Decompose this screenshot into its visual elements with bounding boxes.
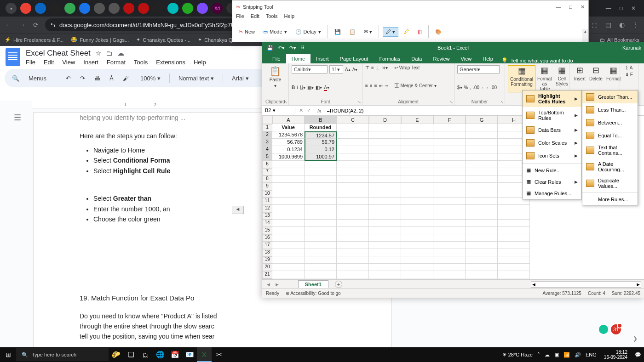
cell[interactable]: [369, 227, 401, 234]
number-format-select[interactable]: General▾: [457, 65, 500, 74]
language-indicator[interactable]: ENG: [586, 352, 597, 357]
cell[interactable]: [369, 131, 401, 139]
cell[interactable]: [272, 249, 305, 256]
cell[interactable]: [272, 256, 305, 264]
align-left-icon[interactable]: ≡: [365, 83, 368, 88]
tab-icon[interactable]: [197, 3, 208, 14]
cell[interactable]: [337, 227, 369, 234]
row-header[interactable]: 8: [262, 175, 272, 183]
cell[interactable]: [369, 198, 401, 205]
cell[interactable]: [369, 220, 401, 227]
menus-label[interactable]: Menus: [26, 74, 49, 83]
sheet-nav-next-icon[interactable]: ►: [275, 282, 280, 287]
row-header[interactable]: 11: [262, 198, 272, 205]
cf-more-rules[interactable]: More Rules...: [582, 194, 638, 205]
cell[interactable]: [433, 183, 466, 190]
cell[interactable]: [433, 220, 466, 227]
cell[interactable]: [401, 139, 433, 146]
cell[interactable]: [272, 242, 305, 249]
cell[interactable]: [337, 212, 369, 220]
cell[interactable]: [337, 175, 369, 183]
row-header[interactable]: 21: [262, 271, 272, 278]
cell[interactable]: [305, 249, 337, 256]
sheet-tab[interactable]: Sheet1: [298, 280, 328, 288]
menu-format[interactable]: Format: [107, 59, 126, 66]
fill-color-icon[interactable]: ◧▾: [316, 85, 322, 90]
cell[interactable]: [272, 264, 305, 271]
cell[interactable]: [401, 256, 433, 264]
cell[interactable]: [337, 168, 369, 175]
calendar-taskbar-icon[interactable]: 📅: [167, 347, 182, 362]
chrome-close-icon[interactable]: ✕: [631, 5, 636, 11]
star-icon[interactable]: ☆: [95, 49, 101, 57]
cell[interactable]: [498, 249, 530, 256]
tab-icon[interactable]: [109, 3, 120, 14]
tell-me-input[interactable]: 💡Tell me what you want to do: [501, 57, 573, 63]
cell[interactable]: [433, 124, 466, 131]
col-header[interactable]: G: [466, 116, 498, 124]
excel-undo-icon[interactable]: ↶▾: [278, 45, 285, 51]
print-icon[interactable]: 🖶: [92, 74, 103, 83]
profile-icon[interactable]: ◐: [617, 21, 627, 28]
spellcheck-icon[interactable]: Ǎ: [107, 74, 116, 83]
row-header[interactable]: 5: [262, 153, 272, 161]
cell[interactable]: [337, 271, 369, 278]
cell[interactable]: [369, 212, 401, 220]
snip-send-icon[interactable]: ✉ ▾: [361, 28, 375, 36]
explorer-icon[interactable]: 🗂: [138, 347, 153, 362]
menu-tools[interactable]: Tools: [134, 59, 148, 66]
cell[interactable]: [305, 271, 337, 278]
grammarly-widget[interactable]: 31: [599, 324, 621, 334]
cell[interactable]: [466, 139, 498, 146]
battery-icon[interactable]: ▣: [554, 352, 559, 358]
paste-button[interactable]: 📋Paste▾: [265, 65, 286, 89]
menu-edit[interactable]: Edit: [44, 59, 54, 66]
cell[interactable]: [433, 234, 466, 242]
font-name-select[interactable]: Calibri▾: [292, 65, 328, 74]
col-header[interactable]: D: [369, 116, 401, 124]
cell[interactable]: [369, 190, 401, 198]
bookmark-link[interactable]: 😂Funny Jokes | Gags...: [71, 37, 129, 43]
cell[interactable]: [401, 198, 433, 205]
cell[interactable]: [305, 190, 337, 198]
snip-delay-button[interactable]: 🕒Delay ▾: [293, 28, 324, 36]
cell[interactable]: [466, 183, 498, 190]
cell[interactable]: [369, 153, 401, 161]
cell[interactable]: [401, 264, 433, 271]
cell[interactable]: [305, 264, 337, 271]
align-bot-icon[interactable]: ⊥: [376, 65, 380, 70]
cf-less-than[interactable]: Less Than...: [582, 103, 638, 116]
excel-qat-more-icon[interactable]: ⠿: [301, 45, 305, 51]
row-header[interactable]: 15: [262, 227, 272, 234]
cell[interactable]: [433, 168, 466, 175]
cell[interactable]: [401, 220, 433, 227]
align-right-icon[interactable]: ≡: [374, 83, 377, 88]
tab-linkedin-icon[interactable]: [35, 3, 46, 14]
menu-view[interactable]: View: [62, 59, 75, 66]
align-mid-icon[interactable]: ≡: [371, 65, 374, 70]
cell[interactable]: [337, 183, 369, 190]
cell[interactable]: [433, 271, 466, 278]
tab-icon[interactable]: [182, 3, 193, 14]
cell[interactable]: [466, 264, 498, 271]
row-header[interactable]: 13: [262, 212, 272, 220]
cell[interactable]: [401, 249, 433, 256]
cell[interactable]: [433, 146, 466, 153]
doc-title[interactable]: Excel Cheat Sheet: [26, 49, 91, 58]
row-header[interactable]: 14: [262, 220, 272, 227]
row-header[interactable]: 4: [262, 146, 272, 153]
cell[interactable]: [466, 131, 498, 139]
onedrive-icon[interactable]: ☁: [545, 352, 550, 358]
scroll-right-icon[interactable]: ❯: [633, 335, 638, 342]
cf-date-occurring[interactable]: A Date Occurring...: [582, 158, 638, 175]
cell[interactable]: [498, 264, 530, 271]
cell[interactable]: [401, 175, 433, 183]
cell[interactable]: [337, 242, 369, 249]
excel-taskbar-icon[interactable]: X: [197, 347, 212, 362]
cell[interactable]: [433, 175, 466, 183]
cell[interactable]: [369, 249, 401, 256]
cell[interactable]: [466, 190, 498, 198]
inc-decimal-icon[interactable]: .00→: [473, 85, 484, 90]
italic-icon[interactable]: I: [297, 85, 298, 90]
cell[interactable]: [433, 131, 466, 139]
